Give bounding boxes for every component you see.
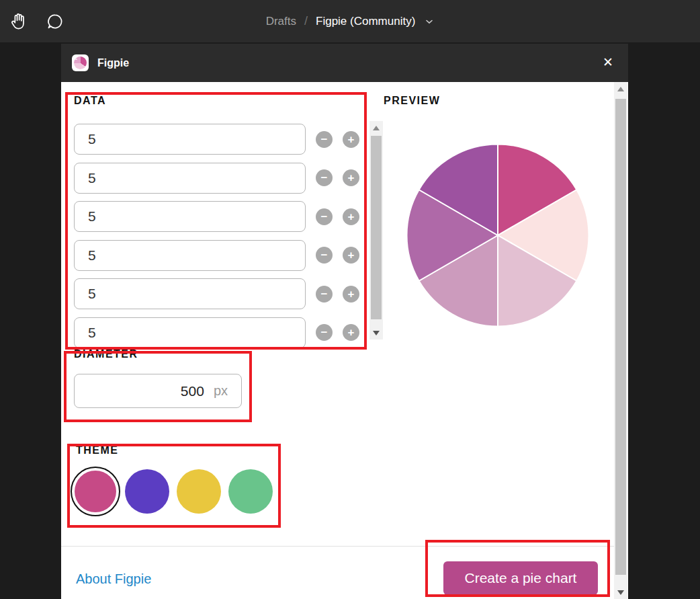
plugin-modal: Figpie ✕ DATA −+−+−+−+−+−+ PREVIEW DIAME… — [61, 44, 628, 599]
data-value-input[interactable] — [74, 201, 306, 232]
scroll-down-icon[interactable] — [614, 586, 627, 599]
data-row: −+ — [74, 317, 369, 348]
increment-button[interactable]: + — [343, 131, 359, 148]
figma-app-window: Drafts / Figpie (Community) Figpie ✕ DAT… — [0, 0, 700, 599]
data-section-label: DATA — [74, 95, 106, 107]
close-icon[interactable]: ✕ — [603, 55, 613, 70]
diameter-value[interactable]: 500 — [181, 383, 204, 399]
data-row: −+ — [74, 278, 369, 309]
data-row: −+ — [74, 124, 369, 155]
data-value-input[interactable] — [74, 240, 306, 271]
breadcrumb-file-name[interactable]: Figpie (Community) — [316, 15, 415, 28]
scroll-up-icon[interactable] — [369, 121, 383, 134]
data-rows: −+−+−+−+−+−+ — [74, 124, 369, 348]
data-row: −+ — [74, 201, 369, 232]
decrement-button[interactable]: − — [316, 324, 333, 341]
diameter-unit-label: px — [214, 383, 228, 399]
about-figpie-link[interactable]: About Figpie — [76, 571, 151, 587]
modal-scrollbar-thumb[interactable] — [615, 99, 626, 575]
breadcrumb: Drafts / Figpie (Community) — [0, 0, 700, 42]
plugin-title: Figpie — [97, 57, 129, 69]
theme-option-purple[interactable] — [122, 467, 172, 516]
theme-section-label: THEME — [76, 444, 119, 456]
breadcrumb-separator: / — [304, 14, 308, 28]
pink-swatch-icon — [75, 471, 116, 512]
figpie-plugin-icon — [72, 54, 89, 71]
increment-button[interactable]: + — [343, 324, 359, 341]
preview-pie-chart — [406, 143, 590, 327]
decrement-button[interactable]: − — [316, 286, 333, 303]
purple-swatch-icon — [125, 469, 169, 514]
footer-divider — [61, 546, 614, 547]
plugin-modal-header: Figpie ✕ — [61, 44, 628, 82]
decrement-button[interactable]: − — [316, 247, 333, 264]
scroll-down-icon[interactable] — [369, 326, 383, 340]
data-row: −+ — [74, 163, 369, 194]
decrement-button[interactable]: − — [316, 169, 333, 186]
data-value-input[interactable] — [74, 317, 306, 348]
breadcrumb-drafts[interactable]: Drafts — [266, 15, 296, 28]
increment-button[interactable]: + — [343, 208, 359, 225]
plugin-modal-scrollbar[interactable] — [614, 82, 627, 599]
green-swatch-icon — [228, 469, 273, 514]
increment-button[interactable]: + — [343, 286, 359, 303]
chevron-down-icon[interactable] — [425, 18, 434, 25]
data-list-scrollbar[interactable] — [369, 121, 383, 340]
data-row: −+ — [74, 240, 369, 271]
theme-option-yellow[interactable] — [174, 467, 224, 516]
theme-option-green[interactable] — [226, 467, 275, 516]
preview-section-label: PREVIEW — [384, 95, 440, 107]
increment-button[interactable]: + — [343, 247, 359, 264]
data-value-input[interactable] — [74, 278, 306, 309]
theme-options — [71, 467, 275, 516]
decrement-button[interactable]: − — [316, 208, 333, 225]
data-scrollbar-thumb[interactable] — [371, 136, 382, 319]
increment-button[interactable]: + — [343, 169, 359, 186]
data-value-input[interactable] — [74, 163, 306, 194]
scroll-up-icon[interactable] — [614, 82, 627, 95]
diameter-input[interactable]: 500 px — [74, 374, 242, 408]
top-toolbar: Drafts / Figpie (Community) — [0, 0, 700, 42]
data-value-input[interactable] — [74, 124, 306, 155]
create-pie-chart-button[interactable]: Create a pie chart — [443, 561, 598, 595]
yellow-swatch-icon — [177, 469, 221, 514]
decrement-button[interactable]: − — [316, 131, 333, 148]
theme-option-pink[interactable] — [71, 467, 120, 516]
diameter-section-label: DIAMETER — [74, 348, 138, 360]
